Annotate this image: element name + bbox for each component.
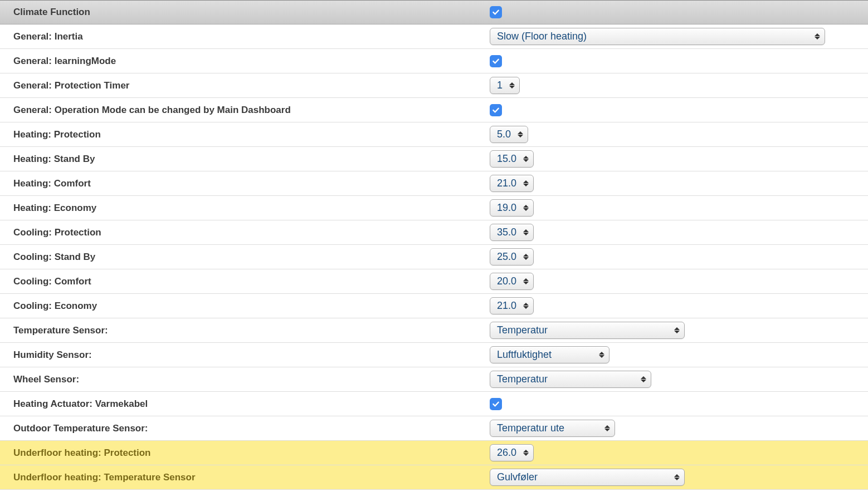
control-col-underfloor-protection: 26.0 [490,444,868,461]
select-value-heating-economy: 19.0 [497,202,516,214]
updown-caret-icon [522,450,530,456]
select-outdoor-temperature-sensor[interactable]: Temperatur ute [490,420,615,437]
updown-caret-icon [673,474,681,480]
select-heating-comfort[interactable]: 21.0 [490,175,534,192]
select-value-general-protection-timer: 1 [497,80,503,91]
select-heating-protection[interactable]: 5.0 [490,126,528,143]
select-value-outdoor-temperature-sensor: Temperatur ute [497,422,564,434]
label-heating-protection: Heating: Protection [13,129,490,140]
checkbox-heating-actuator-varmekabel[interactable] [490,398,502,410]
updown-caret-icon [640,376,647,382]
label-outdoor-temperature-sensor: Outdoor Temperature Sensor: [13,423,490,434]
label-heating-standby: Heating: Stand By [13,154,490,165]
control-col-climate-function [490,6,868,18]
row-cooling-economy: Cooling: Economy21.0 [0,294,868,318]
select-underfloor-protection[interactable]: 26.0 [490,444,534,461]
label-cooling-comfort: Cooling: Comfort [13,276,490,287]
label-wheel-sensor: Wheel Sensor: [13,374,490,385]
select-value-general-inertia: Slow (Floor heating) [497,31,587,42]
control-col-cooling-protection: 35.0 [490,224,868,241]
row-cooling-comfort: Cooling: Comfort20.0 [0,269,868,294]
label-cooling-economy: Cooling: Economy [13,301,490,312]
row-heating-protection: Heating: Protection5.0 [0,122,868,147]
select-underfloor-temp-sensor[interactable]: Gulvføler [490,469,685,486]
row-climate-function: Climate Function [0,0,868,24]
label-general-opmode-main: General: Operation Mode can be changed b… [13,105,490,116]
select-value-cooling-economy: 21.0 [497,300,516,312]
select-value-cooling-protection: 35.0 [497,227,516,238]
row-general-opmode-main: General: Operation Mode can be changed b… [0,98,868,122]
row-heating-actuator-varmekabel: Heating Actuator: Varmekabel [0,392,868,416]
label-heating-economy: Heating: Economy [13,203,490,214]
control-col-heating-protection: 5.0 [490,126,868,143]
row-heating-economy: Heating: Economy19.0 [0,196,868,220]
select-cooling-protection[interactable]: 35.0 [490,224,534,241]
select-value-temperature-sensor: Temperatur [497,324,548,336]
control-col-general-protection-timer: 1 [490,77,868,94]
row-general-inertia: General: InertiaSlow (Floor heating) [0,24,868,49]
row-cooling-protection: Cooling: Protection35.0 [0,220,868,245]
updown-caret-icon [813,33,821,40]
control-col-general-learningmode [490,55,868,67]
control-col-temperature-sensor: Temperatur [490,322,868,339]
select-heating-economy[interactable]: 19.0 [490,199,534,217]
row-underfloor-protection: Underfloor heating: Protection26.0 [0,441,868,465]
updown-caret-icon [522,205,530,211]
row-general-learningmode: General: learningMode [0,49,868,73]
updown-caret-icon [522,180,530,186]
label-underfloor-temp-sensor: Underfloor heating: Temperature Sensor [13,472,490,483]
label-cooling-protection: Cooling: Protection [13,227,490,238]
select-cooling-standby[interactable]: 25.0 [490,248,534,265]
label-temperature-sensor: Temperature Sensor: [13,325,490,336]
control-col-underfloor-temp-sensor: Gulvføler [490,469,868,486]
updown-caret-icon [522,156,530,162]
label-general-protection-timer: General: Protection Timer [13,80,490,91]
select-value-heating-standby: 15.0 [497,153,516,165]
row-general-protection-timer: General: Protection Timer1 [0,73,868,98]
control-col-cooling-comfort: 20.0 [490,273,868,290]
select-humidity-sensor[interactable]: Luftfuktighet [490,346,609,363]
updown-caret-icon [673,327,681,333]
updown-caret-icon [603,425,611,431]
row-humidity-sensor: Humidity Sensor:Luftfuktighet [0,343,868,367]
select-heating-standby[interactable]: 15.0 [490,150,534,168]
label-underfloor-protection: Underfloor heating: Protection [13,447,490,459]
control-col-heating-comfort: 21.0 [490,175,868,192]
row-wheel-sensor: Wheel Sensor:Temperatur [0,367,868,392]
updown-caret-icon [516,131,524,137]
label-humidity-sensor: Humidity Sensor: [13,350,490,361]
checkbox-general-learningmode[interactable] [490,55,502,67]
control-col-cooling-economy: 21.0 [490,297,868,314]
updown-caret-icon [522,229,530,235]
select-cooling-comfort[interactable]: 20.0 [490,273,534,290]
row-heating-comfort: Heating: Comfort21.0 [0,171,868,196]
select-general-protection-timer[interactable]: 1 [490,77,520,94]
control-col-humidity-sensor: Luftfuktighet [490,346,868,363]
label-heating-actuator-varmekabel: Heating Actuator: Varmekabel [13,398,490,410]
row-heating-standby: Heating: Stand By15.0 [0,147,868,171]
label-climate-function: Climate Function [13,7,490,18]
updown-caret-icon [598,352,606,358]
select-temperature-sensor[interactable]: Temperatur [490,322,685,339]
updown-caret-icon [522,303,530,309]
select-value-underfloor-temp-sensor: Gulvføler [497,471,538,483]
control-col-general-opmode-main [490,104,868,116]
control-col-wheel-sensor: Temperatur [490,371,868,388]
select-wheel-sensor[interactable]: Temperatur [490,371,651,388]
row-temperature-sensor: Temperature Sensor:Temperatur [0,318,868,343]
label-cooling-standby: Cooling: Stand By [13,252,490,263]
checkbox-climate-function[interactable] [490,6,502,18]
select-value-heating-comfort: 21.0 [497,178,516,189]
select-value-wheel-sensor: Temperatur [497,373,548,385]
select-value-cooling-comfort: 20.0 [497,275,516,287]
checkbox-general-opmode-main[interactable] [490,104,502,116]
control-col-outdoor-temperature-sensor: Temperatur ute [490,420,868,437]
select-value-humidity-sensor: Luftfuktighet [497,349,552,361]
updown-caret-icon [522,278,530,284]
select-cooling-economy[interactable]: 21.0 [490,297,534,314]
select-value-underfloor-protection: 26.0 [497,447,516,459]
updown-caret-icon [522,254,530,260]
control-col-cooling-standby: 25.0 [490,248,868,265]
select-general-inertia[interactable]: Slow (Floor heating) [490,28,825,45]
control-col-heating-economy: 19.0 [490,199,868,217]
